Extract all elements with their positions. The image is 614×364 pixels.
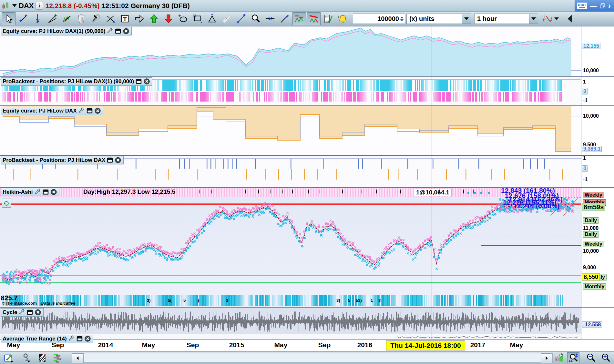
edge-tool-button[interactable] [563, 12, 577, 25]
restore-button-icon[interactable] [599, 3, 606, 9]
timeframe-dropdown-button[interactable] [529, 14, 538, 24]
wrench-candles-button[interactable] [553, 352, 566, 363]
equity1-title-chip[interactable]: Equity curve: PJ HiLow DAX(1) (90,000) [1, 27, 132, 35]
wrench-icon[interactable] [68, 335, 75, 342]
close-icon[interactable] [143, 78, 150, 85]
window-icon[interactable] [42, 189, 49, 195]
horizontal-scrollbar[interactable] [72, 353, 553, 363]
panel-separator[interactable] [0, 334, 614, 334]
crosshair-date-label: Thu 14-Jul-2016 18:00 [386, 340, 465, 350]
diagonal-line-button[interactable] [278, 12, 292, 25]
close-icon[interactable] [115, 157, 121, 163]
horizontal-line-button[interactable] [263, 12, 277, 25]
export-button[interactable] [3, 352, 15, 363]
time-axis-label: 2017 [470, 341, 486, 349]
alerts-button[interactable] [336, 12, 350, 25]
units-dropdown-button[interactable] [462, 14, 471, 24]
text-button[interactable]: T [118, 12, 132, 25]
positions1-title-chip[interactable]: ProBacktest - Positions: PJ HiLow DAX(1)… [1, 77, 152, 86]
horizontal-line-icon [265, 14, 275, 24]
panel-cycle-chart[interactable] [0, 307, 581, 334]
atr-title-chip[interactable]: Average True Range (14) [1, 335, 93, 343]
window-icon[interactable] [86, 107, 93, 114]
wrench-icon[interactable] [34, 189, 41, 195]
add-indicator-button[interactable] [541, 12, 554, 25]
ellipse-button[interactable] [176, 12, 190, 25]
scroll-left-button[interactable] [72, 353, 84, 363]
close-icon[interactable] [84, 335, 91, 342]
panel-heikin-ashi[interactable] [0, 187, 581, 307]
quantity-spinner[interactable] [400, 16, 404, 21]
refresh-button[interactable] [2, 199, 11, 208]
depth-button[interactable] [52, 352, 64, 363]
trash-button[interactable] [75, 12, 88, 25]
quantity-input[interactable] [360, 15, 400, 23]
zoom-out-button[interactable] [585, 352, 597, 363]
order-doc-button[interactable] [36, 352, 48, 363]
info-button[interactable]: i [36, 2, 43, 10]
window-icon[interactable] [76, 335, 83, 342]
backtest-button[interactable] [322, 12, 335, 25]
link-button[interactable] [21, 352, 33, 363]
wrench-icon[interactable] [107, 28, 113, 34]
close-icon[interactable] [35, 309, 41, 316]
indicator-dropdown-caret[interactable] [554, 17, 559, 20]
close-chevron-icon[interactable]: › [608, 1, 611, 10]
vertical-line-button[interactable] [31, 12, 45, 25]
cycle-title-chip[interactable]: Cycle [1, 308, 44, 317]
minimize-button[interactable]: — [590, 2, 597, 10]
equity2-title-chip[interactable]: Equity curve: PJ HiLow DAX [1, 107, 103, 115]
magnifier-button[interactable] [249, 12, 262, 25]
zoom-in-button[interactable] [600, 352, 612, 363]
cursor-button[interactable] [2, 12, 15, 25]
tools-button[interactable] [89, 12, 103, 25]
timeframe-select[interactable]: 1 hour [474, 14, 538, 24]
zoom-fit-button[interactable] [567, 352, 579, 363]
units-select[interactable]: (x) units [406, 14, 471, 24]
time-axis-label: 2015 [229, 341, 244, 349]
ruler-button[interactable] [220, 12, 233, 25]
resize-button[interactable] [234, 12, 248, 25]
positions2-title-chip[interactable]: ProBacktest - Positions: PJ HiLow DAX [1, 156, 124, 164]
scroll-right-button[interactable] [541, 353, 552, 363]
quantity-field[interactable] [353, 14, 405, 24]
zigzag-button[interactable] [292, 12, 306, 25]
order-doc-icon [37, 353, 47, 363]
link-icon [22, 353, 32, 363]
forecast-icon [62, 14, 72, 24]
semi-lines-button[interactable] [46, 12, 59, 25]
panel-separator[interactable] [0, 307, 614, 308]
positions1-title: ProBacktest - Positions: PJ HiLow DAX(1)… [3, 78, 134, 85]
close-icon[interactable] [94, 107, 101, 114]
depth-icon [53, 353, 63, 363]
instrument-dropdown-caret[interactable] [12, 4, 17, 7]
panel-separator[interactable] [0, 105, 614, 106]
arrow-down-button[interactable] [162, 12, 175, 25]
arrow-right-button[interactable] [133, 12, 146, 25]
close-icon[interactable] [123, 28, 129, 34]
triangle-button[interactable] [205, 12, 219, 25]
panel-cycle[interactable] [0, 307, 581, 334]
heikin-title-chip[interactable]: Heikin-Ashi [1, 188, 59, 196]
position-marker: 0 [582, 165, 588, 172]
forecast-button[interactable] [60, 12, 74, 25]
window-icon[interactable] [115, 28, 121, 34]
panel-separator[interactable] [0, 155, 614, 156]
window-icon[interactable] [135, 78, 142, 85]
price-annotation: 12,214 (0.00%) [513, 202, 560, 210]
rectangle-button[interactable] [191, 12, 204, 25]
window-icon[interactable] [26, 309, 33, 316]
wrench-icon[interactable] [78, 107, 85, 114]
zigzag-bold-button[interactable] [307, 12, 321, 25]
trendline-button[interactable] [16, 12, 30, 25]
infobar-tick [282, 190, 283, 193]
panel-heikin-ashi-chart[interactable] [0, 187, 581, 307]
keyboard-icon[interactable] [577, 2, 588, 10]
panel-separator[interactable] [0, 76, 614, 77]
wrench-icon[interactable] [18, 309, 25, 316]
cross-lines-button[interactable] [104, 12, 117, 25]
close-icon[interactable] [50, 189, 57, 195]
panel-separator[interactable] [0, 26, 614, 26]
window-icon[interactable] [107, 157, 113, 163]
arrow-up-button[interactable] [147, 12, 161, 25]
